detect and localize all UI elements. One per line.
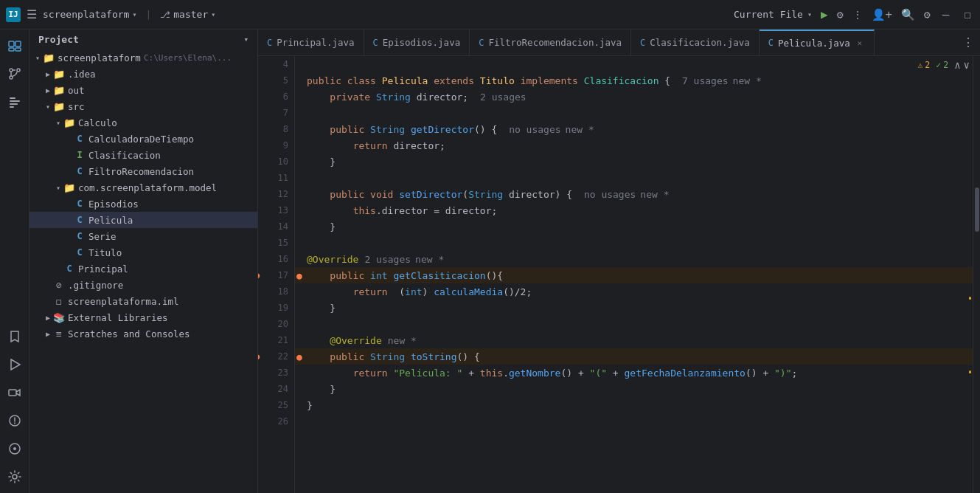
tree-label-episodios: Episodios xyxy=(88,199,139,210)
sidebar-item-src[interactable]: ▾ 📁 src xyxy=(29,98,257,114)
maximize-button[interactable]: ☐ xyxy=(961,7,974,21)
tree-arrow: ▾ xyxy=(32,52,43,63)
editor-area: C Principal.java C Episodios.java C Filt… xyxy=(258,30,980,493)
code-line-18: return (int) calculaMedia()/2; xyxy=(295,283,973,300)
debug-button[interactable]: ⚙ xyxy=(837,8,844,21)
tab-icon-principal: C xyxy=(267,38,272,48)
line-18: 18 xyxy=(266,283,288,300)
code-line-16: @Override 2 usages new * xyxy=(295,251,973,267)
scroll-thumb[interactable] xyxy=(975,187,979,232)
sidebar-item-serie[interactable]: C Serie xyxy=(29,228,257,244)
search-button[interactable]: 🔍 xyxy=(901,8,915,21)
warning-icon: ⚠ xyxy=(917,60,922,70)
svg-rect-10 xyxy=(10,106,14,108)
editor-badges: ⚠ 2 ✓ 2 ∧ ∨ xyxy=(917,59,970,71)
line-13: 13 xyxy=(266,202,288,218)
project-name-btn[interactable]: screenplataform ▾ xyxy=(43,9,136,20)
folder-icon: 📁 xyxy=(53,68,65,80)
tree-label-com-model: com.screenplataform.model xyxy=(78,182,217,193)
tree-label-gitignore: .gitignore xyxy=(68,280,123,291)
sidebar-item-episodios[interactable]: C Episodios xyxy=(29,196,257,212)
sidebar-item-out[interactable]: ▶ 📁 out xyxy=(29,82,257,98)
tab-close-pelicula[interactable]: ✕ xyxy=(855,38,865,48)
tree-arrow xyxy=(43,296,53,306)
sidebar-item-filtrorecomendacion[interactable]: C FiltroRecomendacion xyxy=(29,163,257,179)
code-line-25: } xyxy=(295,397,973,413)
tab-icon-filtrorecomendacion: C xyxy=(479,38,484,48)
sidebar-item-idea[interactable]: ▶ 📁 .idea xyxy=(29,66,257,82)
tree-label-iml: screenplataforma.iml xyxy=(68,296,179,307)
sidebar-item-scratches[interactable]: ▶ ≡ Scratches and Consoles xyxy=(29,325,257,342)
tab-pelicula[interactable]: C Pelicula.java ✕ xyxy=(760,30,875,56)
sidebar-item-gitignore[interactable]: ⊘ .gitignore xyxy=(29,277,257,293)
tab-icon-pelicula: C xyxy=(768,38,774,48)
tab-clasificacion[interactable]: C Clasificacion.java xyxy=(631,30,760,56)
line-11: 11 xyxy=(266,170,288,186)
activity-plugins[interactable] xyxy=(1,435,28,462)
sidebar-item-principal[interactable]: C Principal xyxy=(29,261,257,277)
activity-notifications[interactable] xyxy=(1,379,28,406)
project-arrow-icon: ▾ xyxy=(132,10,136,18)
sidebar-item-titulo[interactable]: C Titulo xyxy=(29,244,257,261)
minimize-button[interactable]: — xyxy=(939,7,953,21)
line-21: 21 xyxy=(266,332,288,348)
tree-arrow: ▾ xyxy=(53,117,63,128)
scrollbar[interactable] xyxy=(973,56,980,493)
tab-episodios[interactable]: C Episodios.java xyxy=(364,30,470,56)
line-16: 16 xyxy=(266,251,288,267)
line-19: 19 xyxy=(266,300,288,316)
current-file-selector[interactable]: Current File ▾ xyxy=(734,9,812,20)
svg-rect-7 xyxy=(10,100,20,102)
sidebar-header-arrow[interactable]: ▾ xyxy=(243,35,249,44)
branch-arrow-icon: ▾ xyxy=(211,10,215,18)
code-editor[interactable]: public class Pelicula extends Titulo imp… xyxy=(295,56,973,493)
java-interface-icon: I xyxy=(74,149,86,161)
line-22: 22 xyxy=(266,348,288,365)
activity-structure[interactable] xyxy=(1,89,28,115)
add-profile-button[interactable]: 👤+ xyxy=(872,8,892,21)
tabs-more-button[interactable]: ⋮ xyxy=(956,35,980,49)
titlebar: IJ ☰ screenplataform ▾ | ⎇ master ▾ Curr… xyxy=(0,0,980,30)
sidebar-item-extlibs[interactable]: ▶ 📚 External Libraries xyxy=(29,309,257,325)
tab-filtrorecomendacion[interactable]: C FiltroRecomendacion.java xyxy=(470,30,631,56)
tab-principal[interactable]: C Principal.java xyxy=(258,30,364,56)
sidebar-item-calculadoradetiempo[interactable]: C CalculadoraDeTiempo xyxy=(29,131,257,147)
folder-icon: 📁 xyxy=(63,117,75,128)
activity-git[interactable] xyxy=(1,61,28,87)
activity-bookmarks[interactable] xyxy=(1,323,28,350)
activity-problems[interactable] xyxy=(1,407,28,434)
tree-arrow xyxy=(63,150,74,160)
line-15: 15 xyxy=(266,235,288,251)
nav-up-arrow[interactable]: ∧ xyxy=(954,59,960,71)
activity-project[interactable] xyxy=(1,32,28,59)
tab-label-pelicula: Pelicula.java xyxy=(778,38,850,49)
sidebar-item-clasificacion[interactable]: I Clasificacion xyxy=(29,147,257,163)
activity-run[interactable] xyxy=(1,351,28,378)
check-count: 2 xyxy=(943,60,948,70)
sidebar-item-screenplataform[interactable]: ▾ 📁 screenplataform C:\Users\Elena\... xyxy=(29,49,257,66)
nav-down-arrow[interactable]: ∨ xyxy=(964,59,970,71)
hamburger-menu[interactable]: ☰ xyxy=(27,7,37,21)
line-26: 26 xyxy=(266,413,288,430)
activity-bar xyxy=(0,30,29,493)
sidebar-item-com-model[interactable]: ▾ 📁 com.screenplataform.model xyxy=(29,179,257,196)
branch-selector[interactable]: ⎇ master ▾ xyxy=(160,9,215,20)
tree-arrow xyxy=(63,231,74,241)
warning-marker-1 xyxy=(969,297,971,300)
line-numbers: 4 5 6 7 8 9 10 11 12 13 14 15 16 17 18 1… xyxy=(258,56,295,493)
run-button[interactable]: ▶ xyxy=(821,7,828,21)
activity-settings[interactable] xyxy=(1,463,28,490)
settings-button[interactable]: ⚙ xyxy=(924,8,931,21)
sidebar-item-pelicula[interactable]: C Pelicula xyxy=(29,212,257,228)
line-24: 24 xyxy=(266,381,288,397)
tree-label-pelicula: Pelicula xyxy=(88,215,133,226)
tree-arrow xyxy=(63,166,74,176)
sidebar-item-calculo[interactable]: ▾ 📁 Calculo xyxy=(29,114,257,131)
code-line-14: } xyxy=(295,218,973,235)
code-line-10: } xyxy=(295,154,973,170)
more-options-button[interactable]: ⋮ xyxy=(852,9,863,21)
line-17: 17 xyxy=(266,267,288,283)
sidebar-item-iml[interactable]: ◻ screenplataforma.iml xyxy=(29,293,257,309)
svg-point-15 xyxy=(13,447,16,450)
code-line-12: public void setDirector(String director)… xyxy=(295,186,973,202)
